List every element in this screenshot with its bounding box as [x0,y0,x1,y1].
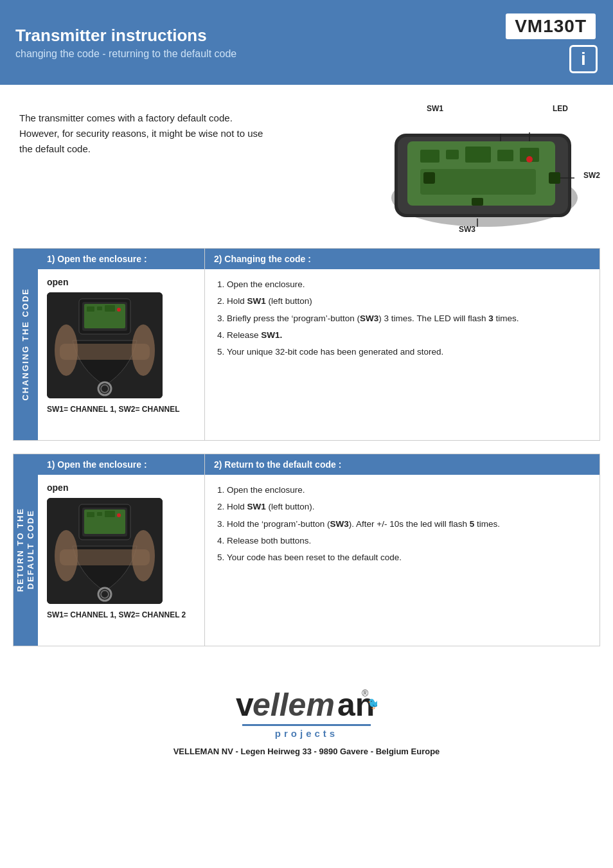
default-code-enc-image [47,498,163,604]
default-code-open-body: open [38,475,204,627]
default-step-3: Hold the ‘program’-button (SW3). After +… [227,517,591,532]
default-code-content: 1) Open the enclosure : open [38,454,600,646]
default-step-1: Open the enclosure. [227,483,591,498]
svg-point-25 [117,308,121,312]
default-code-sidebar: RETURN TO THEDEFAULT CODE [13,454,38,646]
intro-image-area: SW1 LED [388,104,594,229]
step-1: Open the enclosure. [227,277,591,292]
default-code-open-label: open [47,483,195,493]
svg-rect-30 [60,344,150,360]
intro-line3: the default code. [19,141,369,157]
vm130t-badge: VM130T [504,12,598,41]
sw2-label: SW2 [583,171,600,180]
svg-rect-23 [97,306,102,310]
default-enclosure-svg [47,498,163,604]
default-code-step-list: Open the enclosure. Hold SW1 (left butto… [214,483,591,565]
changing-code-enc-image [47,292,163,398]
footer-address: VELLEMAN NV - Legen Heirweg 33 - 9890 Ga… [173,747,440,756]
led-label: LED [553,104,568,113]
header-right: VM130T i [504,12,598,73]
default-step-5: Your code has been reset to the default … [227,550,591,565]
changing-code-open-header: 1) Open the enclosure : [38,249,204,269]
svg-rect-43 [60,549,150,565]
svg-text:ellem: ellem [253,687,335,723]
changing-code-section: CHANGING THE CODE 1) Open the enclosure … [13,248,600,441]
svg-rect-22 [87,306,94,312]
intro-text: The transmitter comes with a factory def… [19,104,369,157]
footer: v ellem an ® 🐦 projects VELLEMAN NV - Le… [0,666,613,769]
svg-rect-6 [465,146,491,163]
header: Transmitter instructions changing the co… [0,0,613,85]
device-image [388,114,581,227]
changing-code-step-list: Open the enclosure. Hold SW1 (left butto… [214,277,591,360]
default-step-2: Hold SW1 (left button). [227,499,591,515]
step-4: Release SW1. [227,328,591,343]
changing-code-change-header: 2) Changing the code : [205,249,600,269]
default-code-right: 2) Return to the default code : Open the… [205,454,600,646]
svg-rect-11 [423,172,435,184]
intro-line1: The transmitter comes with a factory def… [19,111,369,126]
svg-rect-37 [105,511,115,517]
svg-rect-12 [549,172,560,184]
info-badge: i [569,45,598,73]
enclosure-svg [47,292,163,398]
svg-text:v: v [236,687,254,723]
header-left: Transmitter instructions changing the co… [15,26,236,60]
page-title: Transmitter instructions [15,26,236,46]
default-code-channel-label: SW1= CHANNEL 1, SW2= CHANNEL 2 [47,610,195,619]
default-code-open-header: 1) Open the enclosure : [38,454,204,475]
changing-code-left: 1) Open the enclosure : open [38,249,205,440]
svg-rect-35 [87,512,94,517]
step-3: Briefly press the ‘program’-button (SW3)… [227,311,591,326]
svg-text:🐦: 🐦 [368,696,377,711]
changing-code-steps: Open the enclosure. Hold SW1 (left butto… [205,269,600,369]
sw3-label: SW3 [459,225,475,234]
default-code-steps: Open the enclosure. Hold SW1 (left butto… [205,475,600,574]
projects-bar: projects [242,724,371,739]
default-code-left: 1) Open the enclosure : open [38,454,205,646]
changing-code-right: 2) Changing the code : Open the enclosur… [205,249,600,440]
velleman-logo: v ellem an ® 🐦 [236,685,377,727]
default-code-section: RETURN TO THEDEFAULT CODE 1) Open the en… [13,454,600,646]
default-code-sidebar-label: RETURN TO THEDEFAULT CODE [15,508,35,592]
sw1-label: SW1 [427,104,443,113]
svg-rect-9 [420,169,536,195]
svg-point-38 [117,513,121,517]
default-code-return-header: 2) Return to the default code : [205,454,600,475]
svg-rect-13 [472,198,483,206]
svg-rect-4 [420,150,440,163]
svg-point-10 [526,156,533,163]
velleman-logo-svg: v ellem an ® 🐦 [236,685,377,727]
svg-rect-5 [446,150,459,159]
changing-code-open-body: open [38,269,204,421]
changing-code-sidebar-label: CHANGING THE CODE [21,288,31,401]
changing-code-channel-label: SW1= CHANNEL 1, SW2= CHANNEL [47,405,195,414]
intro-section: The transmitter comes with a factory def… [0,85,613,235]
default-step-4: Release both buttons. [227,533,591,549]
page-subtitle: changing the code - returning to the def… [15,48,236,60]
changing-code-content: 1) Open the enclosure : open [38,249,600,440]
projects-label: projects [275,728,338,739]
velleman-logo-area: v ellem an ® 🐦 projects [236,685,377,739]
svg-rect-7 [497,150,513,161]
changing-code-open-label: open [47,277,195,287]
changing-code-sidebar: CHANGING THE CODE [13,249,38,440]
svg-rect-36 [97,512,102,516]
step-5: Your unique 32-bit code has been generat… [227,344,591,360]
intro-line2: However, for security reasons, it might … [19,126,369,141]
step-2: Hold SW1 (left button) [227,294,591,309]
svg-rect-24 [105,305,115,312]
